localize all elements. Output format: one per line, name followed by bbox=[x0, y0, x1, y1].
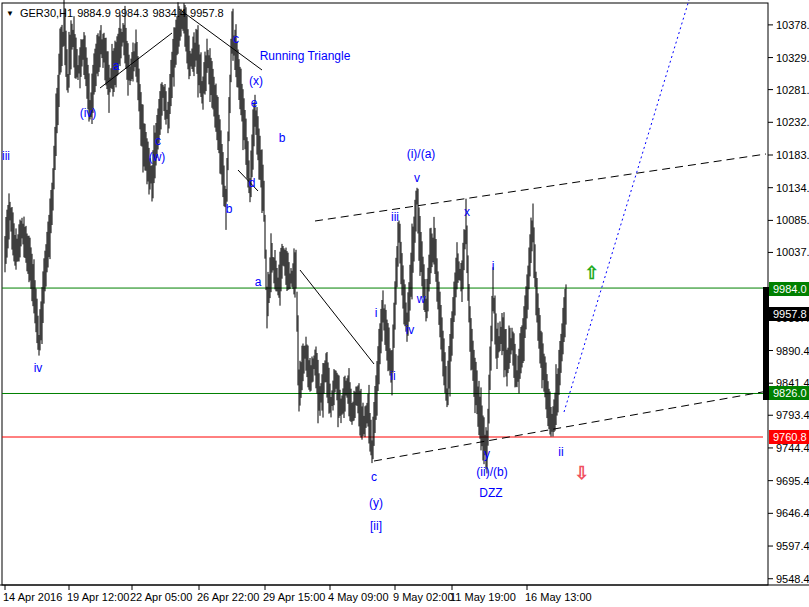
wave-label[interactable]: d bbox=[249, 176, 256, 190]
ohlc-low: 9834.4 bbox=[152, 7, 186, 19]
symbol-dropdown-icon[interactable]: ▼ bbox=[6, 9, 14, 18]
price-tick-label: 10329.4 bbox=[776, 52, 809, 64]
price-tick-label: 10281.4 bbox=[776, 84, 809, 96]
wave-label[interactable]: (iv) bbox=[80, 106, 97, 120]
chart-frame bbox=[2, 3, 768, 585]
price-badge-label: 9984.0 bbox=[773, 283, 807, 295]
price-badge-label: 9957.8 bbox=[773, 308, 807, 320]
time-tick-label: 16 May 13:00 bbox=[525, 591, 592, 603]
price-tick-label: 10183.4 bbox=[776, 149, 809, 161]
wave-label[interactable]: iv bbox=[34, 361, 43, 375]
wave-label[interactable]: c bbox=[233, 32, 239, 46]
wave-label[interactable]: y bbox=[484, 447, 490, 461]
wave-label[interactable]: (i)/(a) bbox=[407, 147, 436, 161]
price-tick-label: 10037.4 bbox=[776, 246, 809, 258]
wave-label[interactable]: x bbox=[464, 205, 470, 219]
ohlc-close: 9957.8 bbox=[190, 7, 224, 19]
wave-label[interactable]: DZZ bbox=[479, 486, 502, 500]
price-tick-label: 9793.4 bbox=[776, 409, 809, 421]
price-tick-label: 9597.4 bbox=[776, 540, 809, 552]
wave-label[interactable]: i bbox=[375, 306, 378, 320]
wave-label[interactable]: (x) bbox=[249, 74, 263, 88]
time-tick-label: 22 Apr 05:00 bbox=[130, 591, 192, 603]
price-tick-label: 9548.4 bbox=[776, 573, 809, 585]
price-chart-canvas[interactable]: 10378.410329.410281.410232.410183.410134… bbox=[0, 0, 809, 607]
chart-title: ▼ GER30,H1 9884.9 9984.3 9834.4 9957.8 bbox=[6, 6, 224, 20]
wave-label[interactable]: e bbox=[251, 96, 258, 110]
price-badge-label: 9760.8 bbox=[773, 431, 807, 443]
price-tick-label: 10232.4 bbox=[776, 116, 809, 128]
price-tick-label: 9646.4 bbox=[776, 507, 809, 519]
axis-range-marker bbox=[763, 287, 769, 400]
up-arrow-icon[interactable]: ⇧ bbox=[584, 263, 599, 283]
wave-label[interactable]: (y) bbox=[369, 496, 383, 510]
wave-label[interactable]: [ii] bbox=[370, 519, 382, 533]
wave-label[interactable]: (w) bbox=[149, 150, 166, 164]
time-tick-label: 9 May 02:00 bbox=[393, 591, 454, 603]
wave-label[interactable]: c bbox=[371, 470, 377, 484]
wave-label[interactable]: iii bbox=[2, 149, 10, 163]
time-tick-label: 29 Apr 15:00 bbox=[263, 591, 325, 603]
wave-label[interactable]: (ii)/(b) bbox=[476, 465, 507, 479]
wave-label[interactable]: a bbox=[113, 59, 120, 73]
price-tick-label: 10134.4 bbox=[776, 182, 809, 194]
wave-label[interactable]: ii bbox=[390, 369, 395, 383]
wave-label[interactable]: w bbox=[416, 292, 426, 306]
wave-label[interactable]: c bbox=[155, 134, 161, 148]
wave-label[interactable]: iv bbox=[406, 323, 415, 337]
wave-label[interactable]: iii bbox=[391, 210, 399, 224]
wave-label[interactable]: ii bbox=[558, 445, 563, 459]
time-tick-label: 26 Apr 22:00 bbox=[197, 591, 259, 603]
wave-label[interactable]: i bbox=[492, 259, 495, 273]
price-tick-label: 10378.4 bbox=[776, 19, 809, 31]
wave-label[interactable]: b bbox=[226, 202, 233, 216]
wave-label[interactable]: v bbox=[414, 171, 420, 185]
down-arrow-icon[interactable]: ⇩ bbox=[574, 463, 589, 483]
time-tick-label: 14 Apr 2016 bbox=[3, 591, 62, 603]
wave-label[interactable]: a bbox=[255, 275, 262, 289]
price-badge-label: 9826.0 bbox=[773, 387, 807, 399]
wave-label[interactable]: b bbox=[279, 131, 286, 145]
ohlc-high: 9984.3 bbox=[115, 7, 149, 19]
ohlc-open: 9884.9 bbox=[77, 7, 111, 19]
wave-label[interactable]: Running Triangle bbox=[260, 49, 351, 63]
mt4-chart-window: 10378.410329.410281.410232.410183.410134… bbox=[0, 0, 809, 607]
time-tick-label: 19 Apr 12:00 bbox=[67, 591, 129, 603]
price-tick-label: 9695.4 bbox=[776, 475, 809, 487]
symbol-timeframe-label: GER30,H1 bbox=[20, 7, 73, 19]
time-tick-label: 11 May 19:00 bbox=[450, 591, 516, 603]
time-tick-label: 4 May 09:00 bbox=[328, 591, 389, 603]
price-tick-label: 9890.4 bbox=[776, 345, 809, 357]
price-tick-label: 10085.4 bbox=[776, 214, 809, 226]
